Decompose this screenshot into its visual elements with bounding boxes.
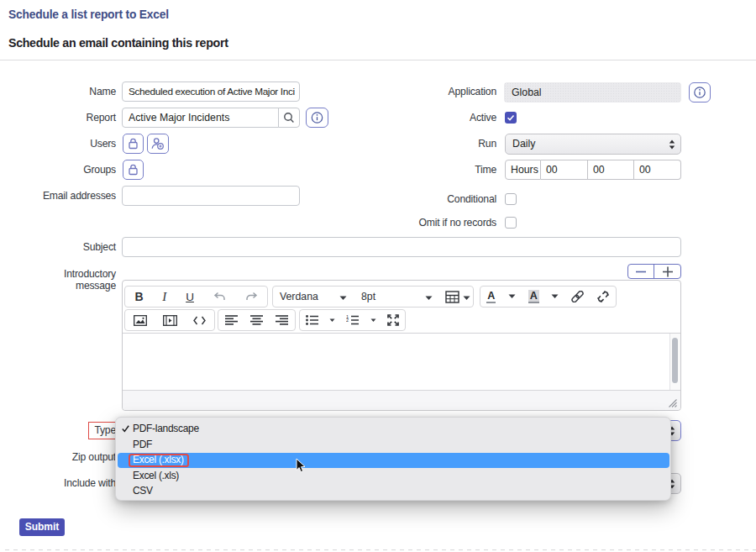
svg-text:2: 2 [346, 318, 349, 323]
